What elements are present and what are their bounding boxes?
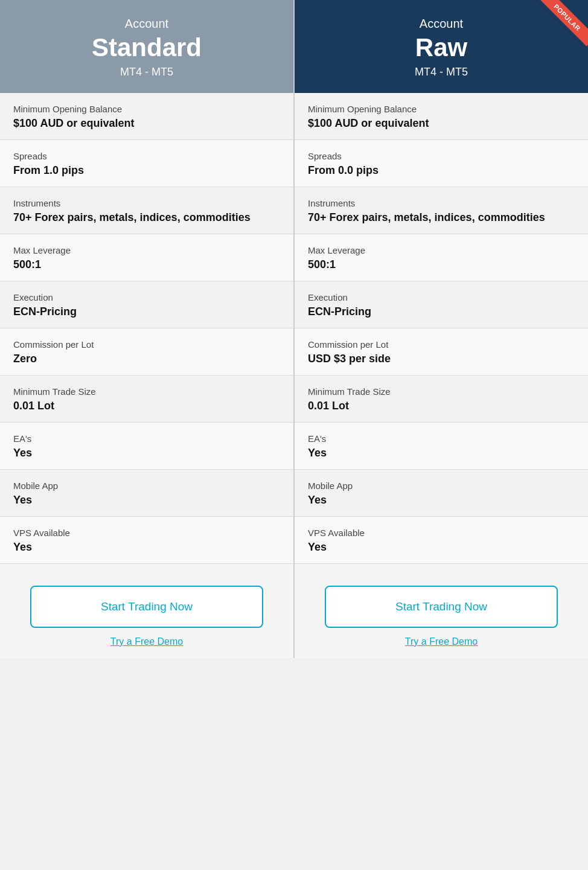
try-demo-link[interactable]: Try a Free Demo [110,636,183,647]
account-platform: MT4 - MT5 [307,66,576,78]
row-commission-per-lot: Commission per LotUSD $3 per side [295,328,588,376]
row-instruments: Instruments70+ Forex pairs, metals, indi… [295,187,588,234]
row-value: Yes [13,494,280,507]
row-label: Spreads [13,151,280,161]
button-area: Start Trading NowTry a Free Demo [295,564,588,658]
row-eas: EA'sYes [295,423,588,470]
row-minimum-opening-balance: Minimum Opening Balance$100 AUD or equiv… [0,93,293,140]
account-type-label: Account [12,17,281,31]
button-area: Start Trading NowTry a Free Demo [0,564,293,658]
row-value: 500:1 [13,258,280,271]
row-value: USD $3 per side [308,353,575,365]
row-value: Yes [13,541,280,554]
row-minimum-trade-size: Minimum Trade Size0.01 Lot [0,376,293,423]
row-value: From 1.0 pips [13,164,280,177]
row-value: Zero [13,353,280,365]
row-spreads: SpreadsFrom 0.0 pips [295,140,588,187]
row-vps-available: VPS AvailableYes [0,517,293,564]
row-value: Yes [13,447,280,459]
row-value: ECN-Pricing [308,305,575,318]
row-label: Commission per Lot [13,339,280,350]
row-label: Minimum Opening Balance [308,104,575,114]
account-column-standard: AccountStandardMT4 - MT5Minimum Opening … [0,0,293,658]
start-trading-button[interactable]: Start Trading Now [30,586,263,628]
popular-ribbon [534,0,588,54]
row-value: $100 AUD or equivalent [13,117,280,130]
row-label: Mobile App [308,481,575,491]
row-label: EA's [308,433,575,444]
row-value: 0.01 Lot [308,400,575,412]
row-value: 500:1 [308,258,575,271]
row-value: From 0.0 pips [308,164,575,177]
row-value: $100 AUD or equivalent [308,117,575,130]
row-label: Minimum Trade Size [308,386,575,397]
account-header-raw: AccountRawMT4 - MT5 [295,0,588,93]
row-label: Minimum Opening Balance [13,104,280,114]
row-value: Yes [308,494,575,507]
row-instruments: Instruments70+ Forex pairs, metals, indi… [0,187,293,234]
start-trading-button[interactable]: Start Trading Now [325,586,558,628]
row-value: Yes [308,447,575,459]
account-name: Standard [12,33,281,62]
row-execution: ExecutionECN-Pricing [295,281,588,328]
row-mobile-app: Mobile AppYes [295,470,588,517]
row-label: Max Leverage [308,245,575,255]
row-label: Instruments [308,198,575,208]
try-demo-link[interactable]: Try a Free Demo [405,636,478,647]
row-value: Yes [308,541,575,554]
row-minimum-opening-balance: Minimum Opening Balance$100 AUD or equiv… [295,93,588,140]
row-minimum-trade-size: Minimum Trade Size0.01 Lot [295,376,588,423]
row-value: 70+ Forex pairs, metals, indices, commod… [308,211,575,224]
row-label: Commission per Lot [308,339,575,350]
row-value: 70+ Forex pairs, metals, indices, commod… [13,211,280,224]
row-max-leverage: Max Leverage500:1 [0,234,293,281]
account-platform: MT4 - MT5 [12,66,281,78]
row-label: Minimum Trade Size [13,386,280,397]
row-label: Spreads [308,151,575,161]
row-value: 0.01 Lot [13,400,280,412]
row-label: Execution [308,292,575,302]
row-label: VPS Available [308,528,575,538]
row-commission-per-lot: Commission per LotZero [0,328,293,376]
row-value: ECN-Pricing [13,305,280,318]
row-label: Max Leverage [13,245,280,255]
row-label: VPS Available [13,528,280,538]
row-mobile-app: Mobile AppYes [0,470,293,517]
row-label: EA's [13,433,280,444]
account-column-raw: AccountRawMT4 - MT5Minimum Opening Balan… [293,0,588,658]
account-header-standard: AccountStandardMT4 - MT5 [0,0,293,93]
row-max-leverage: Max Leverage500:1 [295,234,588,281]
row-execution: ExecutionECN-Pricing [0,281,293,328]
row-label: Mobile App [13,481,280,491]
comparison-table: AccountStandardMT4 - MT5Minimum Opening … [0,0,588,658]
row-label: Instruments [13,198,280,208]
row-label: Execution [13,292,280,302]
row-spreads: SpreadsFrom 1.0 pips [0,140,293,187]
row-vps-available: VPS AvailableYes [295,517,588,564]
row-eas: EA'sYes [0,423,293,470]
